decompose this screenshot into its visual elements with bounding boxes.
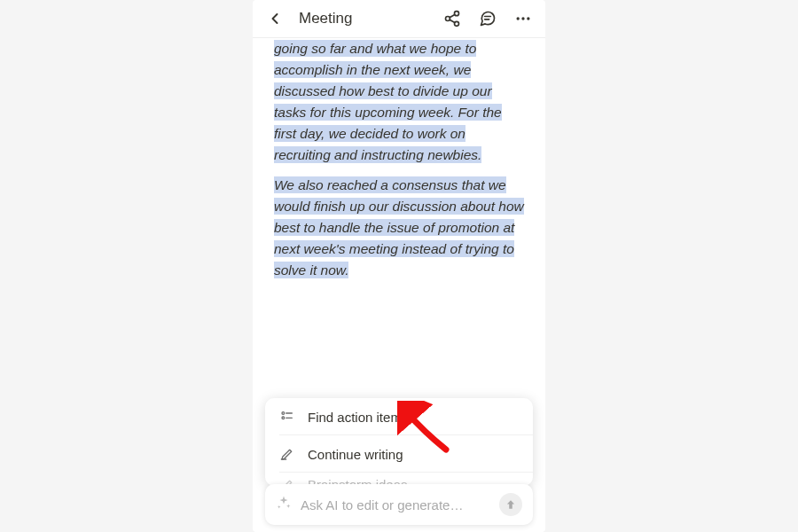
svg-line-4 [450, 14, 455, 17]
svg-point-8 [521, 17, 524, 20]
menu-item-find-action-items[interactable]: Find action items [265, 398, 533, 435]
paragraph-2: We also reached a consensus that we woul… [274, 175, 524, 281]
arrow-up-icon [505, 498, 517, 511]
back-button[interactable] [265, 9, 285, 28]
paragraph-1: going so far and what we hope to accompl… [274, 38, 524, 166]
comment-button[interactable] [478, 9, 497, 28]
more-button[interactable] [513, 9, 533, 28]
pencil-icon [279, 446, 295, 462]
svg-point-10 [282, 412, 285, 415]
app-screen: Meeting going so far and what we hope to… [253, 0, 545, 532]
selected-text: We also reached a consensus that we woul… [274, 176, 524, 278]
menu-item-continue-writing[interactable]: Continue writing [265, 435, 533, 473]
svg-line-3 [450, 20, 455, 22]
send-button[interactable] [499, 493, 522, 516]
share-icon [443, 10, 461, 27]
menu-item-label: Continue writing [308, 447, 403, 462]
checklist-icon [279, 409, 295, 425]
speech-bubble-icon [479, 10, 497, 27]
menu-item-label: Find action items [308, 410, 408, 425]
header-bar: Meeting [253, 0, 545, 38]
sparkle-icon [276, 495, 292, 514]
header-actions [442, 9, 533, 28]
ai-suggestions-menu: Find action items Continue writing Brain… [265, 398, 533, 486]
selected-text: going so far and what we hope to accompl… [274, 40, 502, 163]
svg-point-12 [282, 417, 285, 419]
ai-input-bar [265, 484, 533, 525]
ai-prompt-input[interactable] [301, 497, 490, 512]
svg-point-7 [517, 17, 520, 20]
svg-point-9 [527, 17, 529, 20]
share-button[interactable] [442, 9, 462, 28]
ellipsis-icon [514, 10, 532, 27]
page-title: Meeting [299, 10, 434, 27]
chevron-left-icon [266, 10, 284, 27]
